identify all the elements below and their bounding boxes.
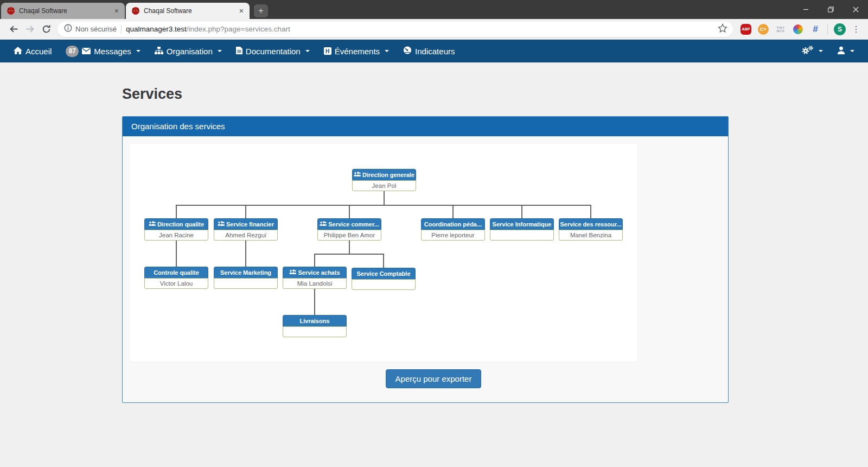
h-square-icon: H xyxy=(324,47,331,55)
site-favicon-icon xyxy=(131,7,140,15)
orgchart-node-liv[interactable]: Livraisons xyxy=(283,315,347,337)
users-icon xyxy=(354,172,361,178)
nav-item-accueil[interactable]: Accueil xyxy=(7,40,59,62)
connector-line xyxy=(452,205,454,218)
connector-line xyxy=(176,205,177,218)
tinymce-extension-icon[interactable]: TINYMCE xyxy=(774,22,788,36)
users-icon xyxy=(289,269,296,276)
tab-close-icon[interactable]: × xyxy=(238,7,245,15)
connector-line xyxy=(176,205,591,206)
back-button[interactable] xyxy=(5,21,22,37)
node-title: Direction generale xyxy=(352,169,416,180)
chevron-down-icon xyxy=(305,50,310,52)
orgchart-node-cp[interactable]: Coordination péda...Pierre leporteur xyxy=(421,218,485,241)
tab-title: Chaqal Software xyxy=(19,7,113,15)
node-person xyxy=(214,278,278,289)
home-icon xyxy=(14,47,22,56)
browser-toolbar: Non sécurisé qualmanager3.test/index.php… xyxy=(0,19,868,40)
browser-tab-2[interactable]: Chaqal Software × xyxy=(126,3,250,19)
toolbar-separator xyxy=(827,24,828,35)
refresh-button[interactable] xyxy=(38,21,54,37)
orgchart-node-root[interactable]: Direction generaleJean Pol xyxy=(352,169,416,191)
url-path: /index.php?page=services.chart xyxy=(187,25,290,33)
messages-badge: 87 xyxy=(66,46,79,57)
settings-menu[interactable] xyxy=(794,40,830,62)
node-title: Service Informatique xyxy=(490,218,554,230)
node-title: Service achats xyxy=(283,267,347,278)
tab-title: Chaqal Software xyxy=(144,7,238,15)
users-icon xyxy=(320,221,327,228)
nav-item-evenements[interactable]: H Événements xyxy=(317,40,396,62)
node-title: Service financier xyxy=(214,218,278,230)
orgchart-node-dq[interactable]: Direction qualiteJean Racine xyxy=(144,218,208,241)
node-person: Jean Pol xyxy=(352,180,416,191)
node-title: Direction qualite xyxy=(144,218,208,230)
browser-titlebar: Chaqal Software × Chaqal Software × + xyxy=(0,0,868,19)
browser-window: Chaqal Software × Chaqal Software × + xyxy=(0,0,868,467)
export-preview-button[interactable]: Aperçu pour exporter xyxy=(386,369,482,388)
node-title: Coordination péda... xyxy=(421,218,485,230)
node-person: Ahmed Rezgui xyxy=(214,230,278,241)
node-person: Philippe Ben Amor xyxy=(317,230,381,241)
nav-item-documentation[interactable]: Documentation xyxy=(229,40,317,62)
orgchart-node-sm[interactable]: Service Marketing xyxy=(214,267,278,289)
node-title: Controle qualite xyxy=(144,267,208,278)
forward-button[interactable] xyxy=(22,21,38,37)
user-icon xyxy=(837,46,845,56)
chevron-down-icon xyxy=(136,50,141,52)
colorwheel-extension-icon[interactable] xyxy=(791,22,805,36)
nav-item-messages[interactable]: 87 Messages xyxy=(59,40,147,62)
envelope-icon xyxy=(82,47,91,56)
url-host: qualmanager3.test xyxy=(126,25,187,33)
adblock-extension-icon[interactable]: ABP xyxy=(739,22,753,36)
node-person: Mia Landolsi xyxy=(283,278,347,289)
node-person: Jean Racine xyxy=(144,230,208,241)
info-icon[interactable] xyxy=(64,24,72,34)
orgchart-node-sf[interactable]: Service financierAhmed Rezgui xyxy=(214,218,278,241)
page-content: Services Organisation des services Direc… xyxy=(0,62,868,467)
chevron-down-icon xyxy=(218,50,222,52)
bookmark-star-icon[interactable] xyxy=(718,23,727,35)
node-title: Livraisons xyxy=(283,315,347,326)
app-navbar: Accueil 87 Messages Organisation Documen… xyxy=(0,40,868,62)
users-icon xyxy=(218,221,225,228)
site-favicon-icon xyxy=(7,7,15,15)
orgchart-node-cq[interactable]: Controle qualiteVictor Lalou xyxy=(144,267,208,289)
connector-line xyxy=(349,205,350,218)
node-title: Service des ressour... xyxy=(559,218,623,230)
panel-header: Organisation des services xyxy=(123,117,728,136)
orgchart-node-sa[interactable]: Service achatsMia Landolsi xyxy=(283,267,347,289)
connector-line xyxy=(176,241,177,267)
browser-tab-1[interactable]: Chaqal Software × xyxy=(1,3,125,19)
tab-close-icon[interactable]: × xyxy=(113,7,120,15)
orgchart-node-scpt[interactable]: Service Comptable xyxy=(352,268,416,290)
orgchart-node-si[interactable]: Service Informatique xyxy=(490,218,554,241)
address-bar[interactable]: Non sécurisé qualmanager3.test/index.php… xyxy=(58,22,733,37)
connector-line xyxy=(314,289,315,315)
restore-button[interactable] xyxy=(818,0,843,19)
minimize-button[interactable] xyxy=(793,0,818,19)
sitemap-icon xyxy=(155,47,163,56)
panel-body: Direction generaleJean PolDirection qual… xyxy=(123,136,728,402)
node-person: Manel Benzina xyxy=(559,230,623,241)
connector-line xyxy=(349,241,350,254)
nav-item-indicateurs[interactable]: Indicateurs xyxy=(396,40,462,62)
connector-line xyxy=(521,205,522,218)
profile-avatar[interactable]: S xyxy=(833,22,847,36)
orgchart-node-sc[interactable]: Service commer...Philippe Ben Amor xyxy=(317,218,381,241)
connector-line xyxy=(314,254,384,255)
connector-line xyxy=(590,205,591,218)
security-label: Non sécurisé xyxy=(75,25,117,33)
cplus-extension-icon[interactable]: C+ xyxy=(756,22,770,36)
services-panel: Organisation des services Direction gene… xyxy=(122,116,729,403)
nav-item-organisation[interactable]: Organisation xyxy=(148,40,229,62)
user-menu[interactable] xyxy=(830,40,861,62)
node-title: Service commer... xyxy=(317,218,381,230)
close-window-button[interactable] xyxy=(843,0,868,19)
chevron-down-icon xyxy=(385,50,389,52)
node-person: Pierre leporteur xyxy=(421,230,485,241)
capture-extension-icon[interactable]: # xyxy=(808,22,822,36)
new-tab-button[interactable]: + xyxy=(254,4,268,17)
orgchart-node-sr[interactable]: Service des ressour...Manel Benzina xyxy=(559,218,623,241)
browser-menu-icon[interactable]: ⋮ xyxy=(852,24,860,34)
